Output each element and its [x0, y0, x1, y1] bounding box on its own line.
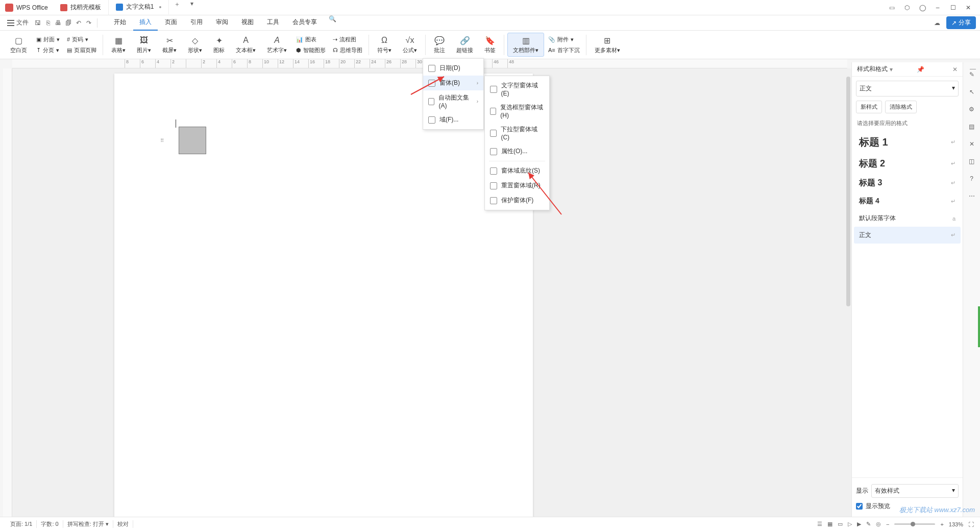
undo-icon[interactable]: ↶ — [75, 19, 83, 27]
tab-member[interactable]: 会员专享 — [286, 15, 323, 31]
rib-bookmark[interactable]: 🔖书签 — [479, 33, 501, 56]
style-body[interactable]: 正文↵ — [854, 227, 961, 244]
reader-mode-icon[interactable]: ▭ — [887, 4, 896, 11]
minimize-button[interactable]: – — [933, 4, 942, 11]
submenu-protect[interactable]: 保护窗体(F) — [485, 193, 549, 208]
submenu-checkbox-form[interactable]: 复选框型窗体域(H) — [485, 100, 549, 122]
menu-date[interactable]: 日期(D) — [423, 61, 483, 76]
menu-form[interactable]: 窗体(B)› — [423, 76, 483, 90]
clear-format-button[interactable]: 清除格式 — [885, 101, 917, 113]
rib-mindmap[interactable]: ☊思维导图 — [330, 45, 365, 55]
close-button[interactable]: ✕ — [964, 4, 973, 11]
shape-rectangle[interactable] — [179, 127, 206, 154]
vertical-scrollbar[interactable] — [846, 77, 850, 306]
rib-wordart[interactable]: A艺术字▾ — [262, 33, 292, 56]
view-play-icon[interactable]: ▶ — [857, 521, 861, 527]
ruler-vertical[interactable] — [3, 68, 12, 517]
status-words[interactable]: 字数: 0 — [37, 520, 63, 528]
rib-table[interactable]: ▦表格▾ — [106, 33, 131, 56]
user-avatar-icon[interactable]: ◯ — [918, 4, 927, 11]
tab-document[interactable]: 文字文稿1 • — [109, 0, 169, 15]
save-icon[interactable]: 🖫 — [34, 19, 42, 27]
maximize-button[interactable]: ☐ — [948, 4, 958, 11]
panel-minimize-button[interactable]: — — [970, 65, 976, 73]
zoom-value[interactable]: 133% — [949, 521, 963, 527]
current-style-select[interactable]: 正文 ▾ — [856, 81, 959, 96]
submenu-reset[interactable]: 重置窗体域(R) — [485, 178, 549, 193]
preview-checkbox[interactable] — [856, 503, 863, 510]
rib-hyperlink[interactable]: 🔗超链接 — [451, 33, 478, 56]
tab-review[interactable]: 审阅 — [210, 15, 234, 31]
print-preview-icon[interactable]: 🗐 — [64, 19, 72, 27]
rib-smartart[interactable]: ⬢智能图形 — [293, 45, 329, 55]
rib-screenshot[interactable]: ✂截屏▾ — [157, 33, 182, 56]
fit-icon[interactable]: ⛶ — [968, 521, 974, 527]
share-button[interactable]: ↗ 分享 — [946, 16, 976, 29]
tools-icon[interactable]: ✕ — [967, 139, 977, 149]
tab-tool[interactable]: 工具 — [261, 15, 285, 31]
new-tab-button[interactable]: ＋ — [169, 0, 185, 15]
view-reading-icon[interactable]: ☰ — [817, 521, 822, 527]
style-heading2[interactable]: 标题 2↵ — [854, 153, 961, 174]
menu-field[interactable]: 域(F)... — [423, 112, 483, 127]
menu-autotext[interactable]: 自动图文集(A)› — [423, 90, 483, 112]
print-icon[interactable]: 🖶 — [54, 19, 62, 27]
submenu-shading[interactable]: 窗体域底纹(S) — [485, 163, 549, 178]
layers-icon[interactable]: ▤ — [967, 122, 977, 132]
pin-icon[interactable]: 📌 — [917, 66, 924, 73]
rib-dropcap[interactable]: A≡首字下沉 — [545, 45, 583, 55]
rib-textbox[interactable]: A文本框▾ — [231, 33, 261, 56]
status-proof[interactable]: 校对 — [113, 520, 133, 528]
zoom-out-button[interactable]: − — [886, 521, 889, 527]
redo-icon[interactable]: ↷ — [85, 19, 93, 27]
file-menu-button[interactable]: 文件 — [4, 16, 32, 29]
status-spellcheck[interactable]: 拼写检查: 打开 ▾ — [63, 520, 113, 528]
style-heading1[interactable]: 标题 1↵ — [854, 131, 961, 153]
rib-docparts[interactable]: ▥文档部件▾ — [507, 33, 544, 57]
rib-symbol[interactable]: Ω符号▾ — [372, 33, 397, 56]
rib-flowchart[interactable]: ⇢流程图 — [330, 35, 365, 44]
status-page[interactable]: 页面: 1/1 — [6, 520, 37, 528]
tab-start[interactable]: 开始 — [108, 15, 132, 31]
style-heading4[interactable]: 标题 4↵ — [854, 192, 961, 210]
rib-blankpage[interactable]: ▢空白页 — [5, 33, 32, 56]
export-icon[interactable]: ⎘ — [44, 19, 52, 27]
rib-cover[interactable]: ▣封面▾ — [33, 35, 63, 44]
select-icon[interactable]: ↖ — [967, 87, 977, 97]
tab-dropdown[interactable]: ▾ — [185, 0, 199, 15]
new-style-button[interactable]: 新样式 — [856, 101, 882, 113]
tab-page[interactable]: 页面 — [159, 15, 183, 31]
rib-more[interactable]: ⊞更多素材▾ — [590, 33, 625, 56]
rib-formula[interactable]: √x公式▾ — [398, 33, 422, 56]
rib-headerfooter[interactable]: ▤页眉页脚 — [64, 45, 100, 55]
search-icon[interactable]: 🔍 — [328, 15, 336, 23]
more-icon[interactable]: ⋯ — [967, 191, 977, 201]
zoom-in-button[interactable]: + — [940, 521, 943, 527]
bookmark-rail-icon[interactable]: ◫ — [967, 156, 977, 166]
submenu-text-form[interactable]: 文字型窗体域(E) — [485, 78, 549, 100]
view-web-icon[interactable]: ▭ — [838, 521, 843, 527]
focus-icon[interactable]: ◎ — [876, 521, 881, 527]
rib-shape[interactable]: ◇形状▾ — [183, 33, 207, 56]
rib-pagenum[interactable]: #页码▾ — [64, 35, 100, 44]
rib-icon[interactable]: ✦图标 — [208, 33, 230, 56]
rib-chart[interactable]: 📊图表 — [293, 35, 329, 44]
view-print-icon[interactable]: ▦ — [827, 521, 832, 527]
settings-icon[interactable]: ⚙ — [967, 104, 977, 114]
view-tool-icon[interactable]: ✎ — [866, 521, 871, 527]
cloud-icon[interactable]: ☁ — [933, 19, 941, 27]
show-filter-select[interactable]: 有效样式▾ — [871, 484, 959, 498]
help-icon[interactable]: ? — [967, 174, 977, 184]
submenu-properties[interactable]: 属性(O)... — [485, 144, 549, 159]
style-default-font[interactable]: 默认段落字体a — [854, 210, 961, 227]
page[interactable]: ⠿ — [114, 74, 533, 517]
close-panel-icon[interactable]: ✕ — [952, 66, 958, 73]
tab-view[interactable]: 视图 — [235, 15, 260, 31]
rib-section[interactable]: ⤒分页▾ — [33, 45, 63, 55]
rib-comment[interactable]: 💬批注 — [429, 33, 450, 56]
rib-image[interactable]: 🖼图片▾ — [132, 33, 156, 56]
tab-insert[interactable]: 插入 — [133, 15, 158, 31]
view-outline-icon[interactable]: ▷ — [848, 521, 852, 527]
tab-ref[interactable]: 引用 — [184, 15, 209, 31]
rib-attachment[interactable]: 📎附件▾ — [545, 35, 583, 44]
